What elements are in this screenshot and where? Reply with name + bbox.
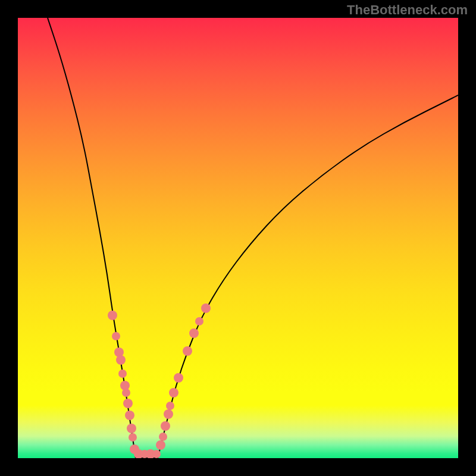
bead bbox=[112, 332, 120, 340]
bead bbox=[156, 440, 165, 450]
bead bbox=[129, 433, 137, 441]
bead bbox=[159, 433, 167, 441]
bead bbox=[161, 421, 170, 431]
bead bbox=[166, 402, 174, 410]
bead bbox=[122, 389, 130, 397]
bead bbox=[189, 328, 199, 338]
bead bbox=[152, 450, 161, 458]
chart-plot-area bbox=[18, 18, 458, 458]
bead bbox=[169, 388, 178, 397]
beads-svg bbox=[18, 18, 458, 458]
watermark-text: TheBottleneck.com bbox=[347, 2, 468, 18]
bead bbox=[164, 409, 173, 419]
bead bbox=[108, 311, 117, 320]
bead bbox=[127, 424, 136, 433]
bead bbox=[183, 346, 192, 356]
bead bbox=[201, 303, 211, 313]
bead bbox=[174, 373, 183, 383]
bead bbox=[123, 399, 133, 408]
bead bbox=[195, 317, 203, 325]
bead bbox=[116, 355, 126, 365]
bead bbox=[125, 411, 134, 420]
bead bbox=[118, 369, 127, 378]
